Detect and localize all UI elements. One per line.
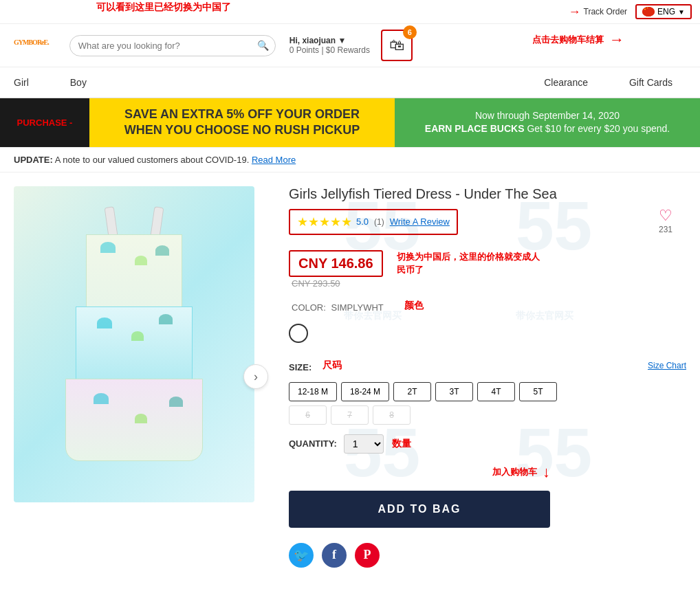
size-btn-3t[interactable]: 3T <box>435 382 473 401</box>
placebucks-line2-3: EARN PLACE BUCKS Get $10 for every $20 y… <box>425 122 670 136</box>
read-more-link[interactable]: Read More <box>252 155 296 165</box>
language-label: ENG <box>657 7 675 16</box>
top-bar: 可以看到这里已经切换为中国了 → Track Order ENG ▼ <box>0 0 700 24</box>
add-to-bag-button[interactable]: ADD TO BAG <box>289 491 550 528</box>
add-to-bag-annotation-row: 加入购物车 ↓ <box>289 463 550 481</box>
placebucks-detail: Get $10 for every $20 you spend. <box>527 123 670 134</box>
size-btn-2t[interactable]: 2T <box>393 382 431 401</box>
color-section: COLOR: SIMPLYWHT 颜色 <box>289 294 686 346</box>
wishlist-area: ♡ 231 <box>659 207 672 234</box>
search-bar: 🔍 <box>69 35 276 56</box>
main-nav: Girl Boy Clearance Gift Cards <box>0 67 700 98</box>
rating-count: (1) <box>374 217 384 227</box>
nav-girl[interactable]: Girl <box>14 67 70 98</box>
nav-boy[interactable]: Boy <box>70 67 128 98</box>
banner-row: PURCHASE - SAVE AN EXTRA 5% OFF YOUR ORD… <box>0 98 700 148</box>
jellyfish-7 <box>94 393 109 404</box>
image-next-button[interactable]: › <box>243 364 268 389</box>
current-price: CNY 146.86 <box>289 250 383 277</box>
size-btn-6[interactable]: 6 <box>289 405 327 425</box>
price-annotation-text: 切换为中国后，这里的价格就变成人民币了 <box>397 252 540 275</box>
color-swatch-white[interactable] <box>289 324 308 343</box>
color-label-row: COLOR: SIMPLYWHT 颜色 <box>289 294 686 318</box>
quantity-select[interactable]: 1 2 3 4 5 <box>344 434 384 454</box>
add-to-bag-annotation-text: 加入购物车 <box>492 466 537 478</box>
pinterest-icon: P <box>364 548 371 562</box>
size-buttons-disabled: 6 7 8 <box>289 405 686 425</box>
jellyfish-9 <box>169 397 183 407</box>
size-annotation: 尺码 <box>322 359 342 372</box>
language-chevron-icon: ▼ <box>678 8 685 16</box>
cart-annotation-arrow: → <box>609 31 624 49</box>
product-page: 55 买正品 55 55 带你去官网买 带你去官网买 带你去官网买 55 55 … <box>0 172 700 581</box>
logo[interactable]: GYMBOReE. <box>14 33 49 58</box>
twitter-share-button[interactable]: 🐦 <box>289 543 314 568</box>
facebook-share-button[interactable]: f <box>322 543 347 568</box>
social-share: 🐦 f P <box>289 543 686 568</box>
jellyfish-5 <box>131 331 144 341</box>
logo-text: GYMBOReE <box>14 38 47 46</box>
update-text: A note to our valued customers about COV… <box>55 155 250 165</box>
wishlist-heart-icon[interactable]: ♡ <box>659 207 672 225</box>
user-info: Hi, xiaojuan ▼ 0 Points | $0 Rewards <box>289 36 370 55</box>
topbar-annotation: 可以看到这里已经切换为中国了 <box>96 1 231 14</box>
size-chart-link[interactable]: Size Chart <box>648 361 686 370</box>
add-to-bag-arrow-icon: ↓ <box>543 463 550 481</box>
logo-dot: . <box>47 38 49 46</box>
size-btn-5t[interactable]: 5T <box>519 382 557 401</box>
placebucks-line1: Now through September 14, 2020 <box>425 109 670 123</box>
banner-purchase-text: PURCHASE - <box>17 118 73 128</box>
jellyfish-3 <box>155 245 169 256</box>
facebook-icon: f <box>332 548 336 562</box>
search-icon[interactable]: 🔍 <box>257 40 269 51</box>
star-rating-icon: ★★★★★ <box>297 214 352 230</box>
size-btn-8[interactable]: 8 <box>373 405 411 425</box>
size-label-area: SIZE: 尺码 <box>289 354 342 378</box>
cart-annotation-text: 点击去购物车结算 <box>532 34 604 46</box>
size-btn-18-24m[interactable]: 18-24 M <box>341 382 389 401</box>
svg-rect-0 <box>642 7 655 16</box>
rating-score: 5.0 <box>356 216 369 227</box>
write-review-link[interactable]: Write A Review <box>390 216 450 227</box>
dress-illustration <box>58 207 210 482</box>
track-order-link[interactable]: Track Order <box>584 7 628 16</box>
nav-clearance[interactable]: Clearance <box>544 67 629 98</box>
user-points: 0 Points | $0 Rewards <box>289 45 370 55</box>
update-bar: UPDATE: A note to our valued customers a… <box>0 148 700 172</box>
placebucks-emphasis: EARN PLACE BUCKS <box>425 123 525 134</box>
quantity-annotation: 数量 <box>392 438 411 450</box>
product-section: › ♡ 231 Girls Jellyfish Tiered Dress - U… <box>0 172 700 581</box>
size-label-row: SIZE: 尺码 Size Chart <box>289 354 686 378</box>
jellyfish-1 <box>100 242 116 253</box>
color-value: SIMPLYWHT <box>331 302 383 313</box>
search-input[interactable] <box>69 35 276 56</box>
size-btn-4t[interactable]: 4T <box>477 382 515 401</box>
user-greeting[interactable]: Hi, xiaojuan ▼ <box>289 36 347 45</box>
product-details: ♡ 231 Girls Jellyfish Tiered Dress - Und… <box>275 186 686 568</box>
size-btn-7[interactable]: 7 <box>331 405 369 425</box>
quantity-row: QUANTITY: 1 2 3 4 5 数量 <box>289 434 686 454</box>
cart-badge: 6 <box>403 25 417 39</box>
product-image-area: › <box>14 186 275 568</box>
size-section: SIZE: 尺码 Size Chart 12-18 M 18-24 M 2T 3… <box>289 354 686 425</box>
language-selector[interactable]: ENG ▼ <box>635 4 692 19</box>
ratings-row: ★★★★★ 5.0 (1) Write A Review <box>289 209 458 235</box>
nav-giftcards[interactable]: Gift Cards <box>629 67 686 98</box>
banner-norush: SAVE AN EXTRA 5% OFF YOUR ORDER WHEN YOU… <box>89 98 395 147</box>
quantity-section: QUANTITY: 1 2 3 4 5 数量 加入购物车 ↓ AD <box>289 434 686 535</box>
size-label: SIZE: <box>289 362 311 372</box>
dress-tier1 <box>86 234 182 310</box>
product-image <box>14 186 254 502</box>
size-btn-12-18m[interactable]: 12-18 M <box>289 382 337 401</box>
pinterest-share-button[interactable]: P <box>355 543 380 568</box>
cart-annotation-area: 点击去购物车结算 → <box>532 31 624 49</box>
jellyfish-6 <box>159 314 173 324</box>
china-flag-icon <box>642 7 655 16</box>
norush-line2: WHEN YOU CHOOSE NO RUSH PICKUP <box>124 122 360 138</box>
cart-button[interactable]: 🛍 6 <box>381 30 413 61</box>
header: GYMBOReE. 🔍 Hi, xiaojuan ▼ 0 Points | $0… <box>0 24 700 67</box>
original-price: CNY 293.50 <box>292 278 390 289</box>
norush-line1: SAVE AN EXTRA 5% OFF YOUR ORDER <box>124 107 360 122</box>
arrow-icon: → <box>569 5 581 19</box>
jellyfish-2 <box>135 256 147 265</box>
